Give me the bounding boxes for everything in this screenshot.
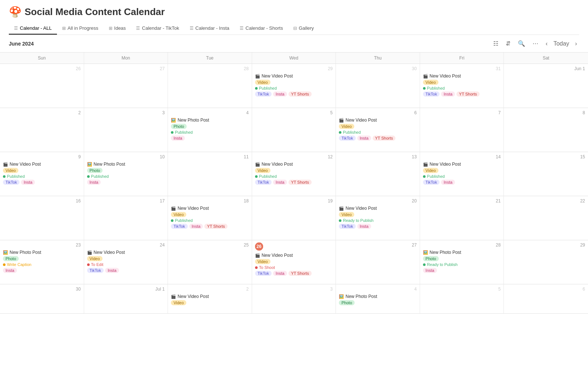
event-status: Published (87, 174, 165, 179)
event-emoji: 🎬 (255, 162, 260, 167)
event-card[interactable]: 🖼️New Photo PostPhotoWrite CaptionInsta (3, 249, 81, 274)
cal-cell: 28 (168, 64, 252, 108)
event-card[interactable]: 🖼️New Photo PostPhotoReady to PublishIns… (423, 249, 501, 274)
sort-icon[interactable]: ⇵ (503, 39, 513, 48)
platform-tags: Insta (87, 179, 165, 185)
event-card[interactable]: 🎬New Video PostVideoPublishedTikTokInsta… (171, 205, 249, 230)
status-dot (171, 219, 173, 222)
platform-tags: Insta (423, 267, 501, 273)
event-status: Ready to Publish (339, 218, 417, 223)
cal-cell: 23🖼️New Photo PostPhotoWrite CaptionInst… (0, 240, 84, 284)
cell-date: 17 (87, 198, 165, 204)
tab-icon-calendar-insta: ☰ (190, 26, 194, 31)
next-arrow[interactable]: › (573, 40, 579, 48)
platform-tag-insta: Insta (441, 91, 455, 97)
event-card[interactable]: 🎬New Video PostVideoTo EditTikTokInsta (87, 249, 165, 274)
event-emoji: 🎬 (339, 206, 344, 211)
event-title-text: New Photo Post (178, 118, 209, 123)
toolbar-right: ☷ ⇵ 🔍 ⋯ ‹ Today › (491, 39, 579, 48)
platform-tag-insta: Insta (357, 136, 371, 141)
event-emoji: 🖼️ (87, 162, 92, 167)
status-dot (3, 263, 6, 266)
platform-tag-ytshorts: YT Shorts (204, 224, 227, 229)
event-card[interactable]: 🎬New Video PostVideoPublishedTikTokInsta… (255, 73, 333, 98)
platform-tag-insta: Insta (273, 180, 287, 185)
event-title: 🎬New Video Post (255, 162, 333, 167)
calendar-grid: SunMonTueWedThuFriSat 26272829🎬New Video… (0, 52, 588, 314)
tab-ideas[interactable]: ⊞Ideas (104, 22, 131, 35)
platform-tag-insta: Insta (105, 268, 119, 273)
more-icon[interactable]: ⋯ (530, 39, 541, 48)
event-status: Published (339, 130, 417, 134)
status-label: Ready to Publish (427, 262, 458, 267)
cell-date: 18 (171, 198, 249, 204)
platform-tags: TikTokInstaYT Shorts (255, 91, 333, 97)
cell-date: 30 (339, 66, 417, 71)
tab-calendar-insta[interactable]: ☰Calendar - Insta (184, 22, 235, 35)
event-status: Published (171, 218, 249, 223)
today-button[interactable]: Today (551, 39, 571, 48)
cal-cell: 14🎬New Video PostVideoPublishedTikTokIns… (420, 152, 504, 196)
cal-cell: 15 (504, 152, 588, 196)
event-status: Ready to Publish (423, 262, 501, 267)
cal-cell: 28🖼️New Photo PostPhotoReady to PublishI… (420, 240, 504, 284)
filter-icon[interactable]: ☷ (491, 39, 501, 48)
event-card[interactable]: 🎬New Video PostVideoTo ShootTikTokInstaY… (255, 252, 333, 277)
tab-calendar-tiktok[interactable]: ☰Calendar - TikTok (131, 22, 184, 35)
event-card[interactable]: 🖼️New Photo PostPhoto (339, 293, 417, 307)
status-label: Published (175, 218, 193, 223)
type-tag: Video (87, 256, 165, 262)
cell-date: 29 (255, 66, 333, 71)
platform-tags: Insta (3, 267, 81, 273)
platform-tag-tiktok: TikTok (339, 136, 355, 141)
event-card[interactable]: 🎬New Video PostVideoReady to PublishTikT… (339, 205, 417, 230)
cal-cell: 26 (0, 64, 84, 108)
status-label: Published (175, 130, 193, 134)
event-title: 🎬New Video Post (255, 253, 333, 258)
search-icon[interactable]: 🔍 (516, 39, 527, 48)
cal-cell: 31🎬New Video PostVideoPublishedTikTokIns… (420, 64, 504, 108)
tab-calendar-all[interactable]: ☰Calendar - ALL (9, 22, 57, 35)
cell-date: 30 (3, 287, 81, 292)
event-title: 🎬New Video Post (171, 206, 249, 211)
event-emoji: 🎬 (423, 162, 428, 167)
tab-all-in-progress[interactable]: ⊞All in Progress (57, 22, 104, 35)
status-dot (423, 263, 426, 266)
platform-tag-ytshorts: YT Shorts (456, 91, 480, 97)
cell-date: 22 (507, 198, 585, 204)
event-card[interactable]: 🎬New Video PostVideoPublishedTikTokInsta (3, 161, 81, 186)
event-title: 🖼️New Photo Post (3, 250, 81, 255)
cal-cell: 12🎬New Video PostVideoPublishedTikTokIns… (252, 152, 336, 196)
platform-tags: TikTokInstaYT Shorts (255, 179, 333, 185)
cal-cell: 9🎬New Video PostVideoPublishedTikTokInst… (0, 152, 84, 196)
calendar-body: 26272829🎬New Video PostVideoPublishedTik… (0, 64, 588, 314)
platform-tag-insta: Insta (87, 180, 101, 185)
event-card[interactable]: 🎬New Video PostVideoPublishedTikTokInsta… (255, 161, 333, 186)
status-dot (3, 175, 6, 178)
event-card[interactable]: 🎬New Video PostVideoPublishedTikTokInsta (423, 161, 501, 186)
cal-cell: 17 (84, 196, 168, 240)
cal-cell: 4🖼️New Photo PostPhotoPublishedInsta (168, 108, 252, 152)
event-emoji: 🖼️ (171, 118, 176, 123)
event-emoji: 🎬 (3, 162, 8, 167)
event-title-text: New Video Post (430, 162, 461, 167)
platform-tag-tiktok: TikTok (255, 180, 272, 185)
event-card[interactable]: 🎬New Video PostVideoPublishedTikTokInsta… (423, 73, 501, 98)
cell-date: 10 (87, 154, 165, 159)
event-card[interactable]: 🎬New Video PostVideo (171, 293, 249, 307)
event-card[interactable]: 🎬New Video PostVideoPublishedTikTokInsta… (339, 117, 417, 142)
type-tag-label: Video (255, 168, 270, 173)
type-tag-label: Video (171, 300, 186, 305)
cell-date: 3 (87, 110, 165, 115)
prev-arrow[interactable]: ‹ (544, 40, 550, 48)
event-card[interactable]: 🖼️New Photo PostPhotoPublishedInsta (87, 161, 165, 186)
cell-date: 16 (3, 198, 81, 204)
tab-gallery[interactable]: ⊟Gallery (288, 22, 319, 35)
tab-label-ideas: Ideas (114, 25, 126, 31)
cell-date: 2 (3, 110, 81, 115)
cell-date: 7 (423, 110, 501, 115)
tab-calendar-shorts[interactable]: ☰Calendar - Shorts (234, 22, 288, 35)
event-emoji: 🎬 (423, 74, 428, 79)
event-card[interactable]: 🖼️New Photo PostPhotoPublishedInsta (171, 117, 249, 142)
header-thu: Thu (336, 53, 420, 64)
